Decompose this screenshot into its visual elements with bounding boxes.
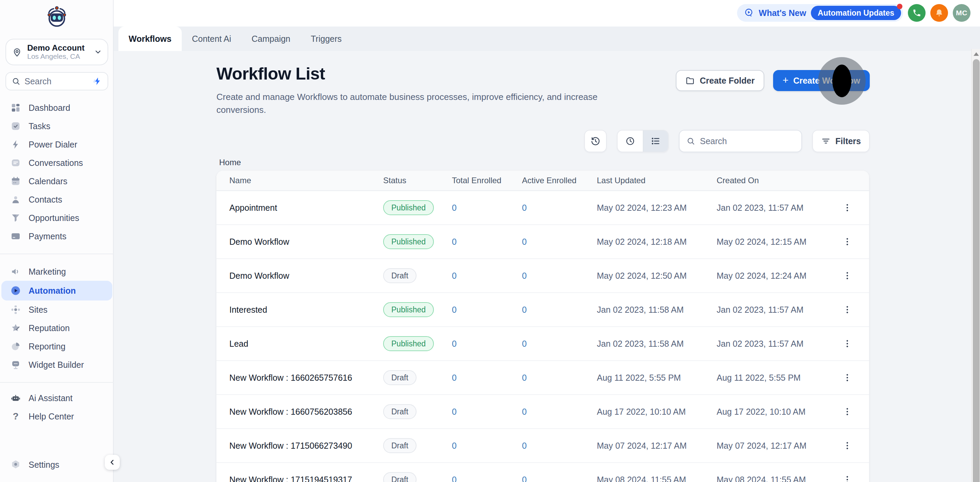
total-enrolled-link[interactable]: 0 [452,271,522,281]
sidebar-item-ai-assistant[interactable]: Ai Assistant [2,389,112,407]
table-row[interactable]: Lead Published 0 0 Jan 02 2023, 11:58 AM… [216,327,869,361]
phone-button[interactable] [908,4,926,22]
sidebar-item-reporting[interactable]: Reporting [2,337,112,355]
table-row[interactable]: Appointment Published 0 0 May 02 2024, 1… [216,191,869,225]
sidebar-item-automation[interactable]: Automation [2,281,112,300]
play-circle-icon [10,285,21,296]
table-row[interactable]: New Workflow : 1715194519317 Draft 0 0 M… [216,463,869,482]
sidebar-search-input[interactable]: Search [5,72,108,90]
active-enrolled-link[interactable]: 0 [522,441,597,451]
workflow-name[interactable]: Interested [229,305,383,315]
sidebar-item-marketing[interactable]: Marketing [2,262,112,281]
breadcrumb[interactable]: Home [219,158,241,167]
status-badge: Draft [383,472,417,482]
created-on-value: Aug 17 2022, 10:10 AM [717,407,826,417]
workflow-name[interactable]: New Workflow : 1660265757616 [229,373,383,383]
total-enrolled-link[interactable]: 0 [452,203,522,213]
table-row[interactable]: New Workflow : 1715066273490 Draft 0 0 M… [216,429,869,463]
tab-workflows[interactable]: Workflows [118,27,182,51]
page-scrollbar[interactable] [971,49,980,482]
created-on-value: May 07 2024, 12:17 AM [717,441,826,451]
sidebar-item-label: Automation [29,286,76,296]
filters-button[interactable]: Filters [812,130,870,152]
row-menu-button[interactable] [839,369,856,386]
active-enrolled-link[interactable]: 0 [522,475,597,482]
sidebar-item-payments[interactable]: Payments [2,227,112,246]
tab-triggers[interactable]: Triggers [301,27,352,51]
table-row[interactable]: Demo Workflow Published 0 0 May 02 2024,… [216,225,869,259]
table-row[interactable]: New Workflow : 1660756203856 Draft 0 0 A… [216,395,869,429]
row-menu-button[interactable] [839,233,856,250]
scrollbar-thumb[interactable] [973,59,980,482]
version-history-button[interactable] [584,130,607,152]
active-enrolled-link[interactable]: 0 [522,339,597,349]
total-enrolled-link[interactable]: 0 [452,305,522,315]
status-badge: Draft [383,370,417,385]
sidebar-item-contacts[interactable]: Contacts [2,190,112,209]
row-menu-button[interactable] [839,471,856,482]
sidebar-divider [0,254,114,254]
sidebar-item-help-center[interactable]: ? Help Center [2,407,112,426]
active-enrolled-link[interactable]: 0 [522,237,597,247]
table-row[interactable]: New Workflow : 1660265757616 Draft 0 0 A… [216,361,869,395]
total-enrolled-link[interactable]: 0 [452,339,522,349]
status-cell: Draft [383,268,452,283]
active-enrolled-link[interactable]: 0 [522,271,597,281]
funnel-icon [10,212,21,224]
active-enrolled-link[interactable]: 0 [522,305,597,315]
robot-logo-icon [45,5,68,28]
active-enrolled-link[interactable]: 0 [522,373,597,383]
whats-new-button[interactable]: What's New Automation Updates [737,4,903,22]
automation-updates-badge[interactable]: Automation Updates [811,6,901,20]
sidebar-item-calendars[interactable]: Calendars [2,172,112,190]
account-selector[interactable]: Demo Account Los Angeles, CA [5,39,108,65]
workflow-name[interactable]: New Workflow : 1715194519317 [229,475,383,482]
active-enrolled-link[interactable]: 0 [522,203,597,213]
status-cell: Published [383,302,452,317]
workflow-name[interactable]: Appointment [229,203,383,213]
sidebar-item-widget-builder[interactable]: Widget Builder [2,355,112,374]
total-enrolled-link[interactable]: 0 [452,441,522,451]
sidebar-item-dashboard[interactable]: Dashboard [2,98,112,117]
sidebar-item-power-dialer[interactable]: Power Dialer [2,135,112,154]
workflow-name[interactable]: New Workflow : 1660756203856 [229,407,383,417]
row-menu-button[interactable] [839,403,856,420]
sidebar-item-reputation[interactable]: Reputation [2,319,112,337]
workflow-search-input[interactable] [700,136,810,146]
sidebar-item-settings[interactable]: Settings [2,455,112,474]
table-row[interactable]: Demo Workflow Draft 0 0 May 02 2024, 12:… [216,259,869,293]
row-menu-button[interactable] [839,438,856,454]
folder-icon [685,76,695,85]
total-enrolled-link[interactable]: 0 [452,373,522,383]
sidebar-item-conversations[interactable]: Conversations [2,154,112,172]
tab-campaign[interactable]: Campaign [241,27,301,51]
create-workflow-button[interactable]: + Create Workflow [773,70,870,91]
table-row[interactable]: Interested Published 0 0 Jan 02 2023, 11… [216,293,869,327]
list-view-button[interactable] [643,130,668,152]
create-folder-button[interactable]: Create Folder [676,70,764,91]
total-enrolled-link[interactable]: 0 [452,237,522,247]
row-menu-button[interactable] [839,268,856,284]
sidebar-item-opportunities[interactable]: Opportunities [2,209,112,227]
row-menu-button[interactable] [839,301,856,318]
active-enrolled-link[interactable]: 0 [522,407,597,417]
total-enrolled-link[interactable]: 0 [452,407,522,417]
row-menu-button[interactable] [839,200,856,216]
sidebar-item-label: Reputation [29,323,70,333]
total-enrolled-link[interactable]: 0 [452,475,522,482]
workflow-name[interactable]: Lead [229,339,383,349]
workflow-name[interactable]: Demo Workflow [229,271,383,281]
location-pin-icon [11,47,22,57]
sidebar-collapse-button[interactable] [105,455,120,470]
user-avatar[interactable]: MC [953,4,970,22]
scrollbar-up-arrow[interactable] [973,52,979,56]
notifications-button[interactable] [930,4,948,22]
sidebar-item-sites[interactable]: Sites [2,300,112,319]
tab-content-ai[interactable]: Content Ai [182,27,241,51]
app-logo[interactable] [0,5,114,28]
sidebar-item-tasks[interactable]: Tasks [2,117,112,135]
recent-view-button[interactable] [617,130,643,152]
row-menu-button[interactable] [839,336,856,352]
workflow-name[interactable]: New Workflow : 1715066273490 [229,441,383,451]
workflow-name[interactable]: Demo Workflow [229,237,383,247]
